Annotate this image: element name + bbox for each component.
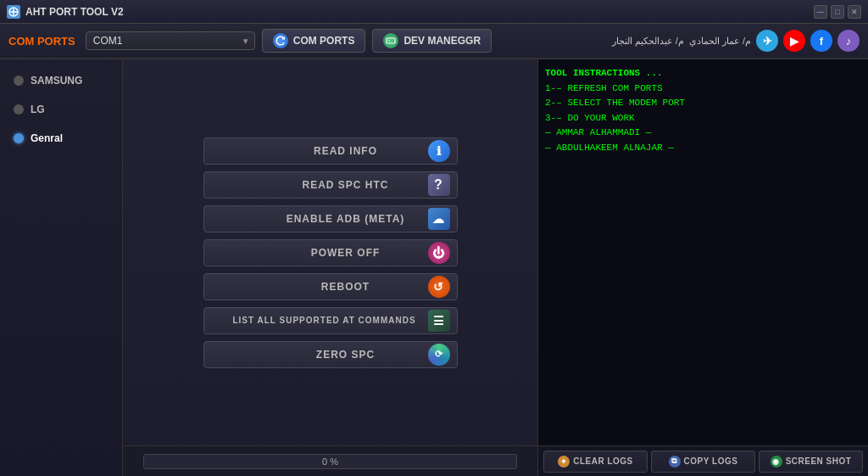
reboot-icon: ↺ bbox=[428, 276, 450, 298]
refresh-icon bbox=[273, 33, 288, 48]
com-ports-btn-label: COM PORTS bbox=[293, 35, 355, 47]
close-button[interactable]: ✕ bbox=[848, 5, 861, 19]
facebook-icon[interactable]: f bbox=[810, 30, 832, 52]
sidebar-item-lg[interactable]: LG bbox=[0, 97, 122, 122]
read-info-button[interactable]: READ INFO ℹ bbox=[203, 137, 458, 165]
log-line-2: 2-– SELECT THE MODEM PORT bbox=[545, 96, 861, 111]
arabic-name-2: م/ عمار الحمادي bbox=[689, 36, 751, 47]
sidebar-dot-samsung bbox=[14, 76, 24, 86]
main-layout: SAMSUNG LG Genral READ INFO ℹ READ SPC H… bbox=[0, 59, 868, 476]
content-area: READ INFO ℹ READ SPC HTC ? ENABLE ADB (M… bbox=[123, 59, 537, 476]
screenshot-button[interactable]: ◉ SCREEN SHOT bbox=[759, 451, 863, 473]
power-icon: ⏻ bbox=[428, 242, 450, 264]
progress-bar-container: 0 % bbox=[143, 454, 516, 469]
progress-area: 0 % bbox=[123, 445, 537, 476]
list-icon: ☰ bbox=[428, 310, 450, 332]
log-actions: ✦ CLEAR LOGS ⧉ COPY LOGS ◉ SCREEN SHOT bbox=[538, 445, 868, 476]
zero-spc-label: ZERO SPC bbox=[264, 349, 428, 361]
reboot-label: REBOOT bbox=[264, 281, 428, 293]
power-off-label: POWER OFF bbox=[264, 247, 428, 259]
clear-logs-label: CLEAR LOGS bbox=[573, 456, 633, 466]
sidebar-item-genral[interactable]: Genral bbox=[0, 126, 122, 151]
log-panel: TOOL INSTRACTIONS ... 1-– REFRESH COM PO… bbox=[537, 59, 868, 476]
com-ports-label: COM PORTS bbox=[8, 35, 75, 48]
enable-adb-button[interactable]: ENABLE ADB (META) ☁ bbox=[203, 205, 458, 232]
copy-logs-label: COPY LOGS bbox=[684, 456, 738, 466]
log-line-title: TOOL INSTRACTIONS ... bbox=[545, 66, 861, 81]
sidebar-label-samsung: SAMSUNG bbox=[31, 75, 82, 87]
sidebar-dot-lg bbox=[14, 104, 24, 115]
log-content: TOOL INSTRACTIONS ... 1-– REFRESH COM PO… bbox=[538, 59, 868, 445]
sidebar-label-genral: Genral bbox=[31, 132, 63, 144]
read-spc-htc-button[interactable]: READ SPC HTC ? bbox=[203, 171, 458, 199]
dev-manager-button[interactable]: DEV MANEGGR bbox=[372, 29, 492, 53]
reboot-button[interactable]: REBOOT ↺ bbox=[203, 273, 458, 300]
svg-rect-3 bbox=[387, 38, 395, 43]
power-off-button[interactable]: POWER OFF ⏻ bbox=[203, 239, 458, 266]
arabic-name-1: م/ عبدالحكيم النجار bbox=[612, 36, 684, 47]
maximize-button[interactable]: □ bbox=[831, 5, 844, 19]
log-line-5: — ABDULHAKEEM ALNAJAR — bbox=[545, 141, 861, 156]
info-icon: ℹ bbox=[428, 140, 450, 162]
log-line-3: 3-– DO YOUR WORK bbox=[545, 111, 861, 126]
zero-spc-button[interactable]: ZERO SPC ⟳ bbox=[203, 341, 458, 368]
screenshot-label: SCREEN SHOT bbox=[786, 456, 852, 466]
log-line-4: — AMMAR ALHAMMADI — bbox=[545, 126, 861, 141]
social-area: م/ عبدالحكيم النجار م/ عمار الحمادي ✈ ▶ … bbox=[612, 30, 860, 52]
sync-icon: ⟳ bbox=[428, 344, 450, 366]
dev-icon bbox=[383, 33, 398, 48]
sidebar-item-samsung[interactable]: SAMSUNG bbox=[0, 68, 122, 93]
music-icon[interactable]: ♪ bbox=[837, 30, 860, 52]
title-bar: AHT PORT TOOL V2 — □ ✕ bbox=[0, 0, 868, 24]
question-icon: ? bbox=[428, 174, 450, 196]
youtube-icon[interactable]: ▶ bbox=[783, 30, 805, 52]
cloud-icon: ☁ bbox=[428, 208, 450, 230]
log-line-1: 1-– REFRESH COM PORTS bbox=[545, 81, 861, 97]
sidebar-dot-genral bbox=[14, 133, 24, 143]
com-port-select-wrapper[interactable]: COM1 ▼ bbox=[86, 31, 255, 50]
com-port-select[interactable]: COM1 bbox=[86, 31, 255, 50]
app-icon bbox=[7, 5, 20, 19]
progress-text: 0 % bbox=[144, 456, 515, 467]
toolbar: COM PORTS COM1 ▼ COM PORTS DEV MANEGGR م… bbox=[0, 24, 868, 59]
read-info-label: READ INFO bbox=[264, 145, 428, 157]
sidebar: SAMSUNG LG Genral bbox=[0, 59, 123, 476]
clear-logs-button[interactable]: ✦ CLEAR LOGS bbox=[543, 451, 648, 473]
screenshot-icon: ◉ bbox=[771, 456, 782, 468]
telegram-icon[interactable]: ✈ bbox=[756, 30, 778, 52]
window-controls: — □ ✕ bbox=[814, 5, 861, 19]
com-ports-button[interactable]: COM PORTS bbox=[262, 29, 366, 53]
enable-adb-label: ENABLE ADB (META) bbox=[264, 213, 428, 225]
app-title: AHT PORT TOOL V2 bbox=[25, 6, 814, 18]
buttons-panel: READ INFO ℹ READ SPC HTC ? ENABLE ADB (M… bbox=[123, 59, 537, 445]
sidebar-label-lg: LG bbox=[31, 104, 45, 115]
dev-manager-btn-label: DEV MANEGGR bbox=[403, 35, 481, 47]
read-spc-htc-label: READ SPC HTC bbox=[264, 179, 428, 191]
list-commands-label: LIST ALL SUPPORTED AT COMMANDS bbox=[221, 316, 428, 325]
copy-logs-button[interactable]: ⧉ COPY LOGS bbox=[651, 451, 755, 473]
minimize-button[interactable]: — bbox=[814, 5, 827, 19]
clear-icon: ✦ bbox=[558, 456, 570, 468]
copy-icon: ⧉ bbox=[669, 456, 681, 468]
list-commands-button[interactable]: LIST ALL SUPPORTED AT COMMANDS ☰ bbox=[203, 307, 458, 334]
